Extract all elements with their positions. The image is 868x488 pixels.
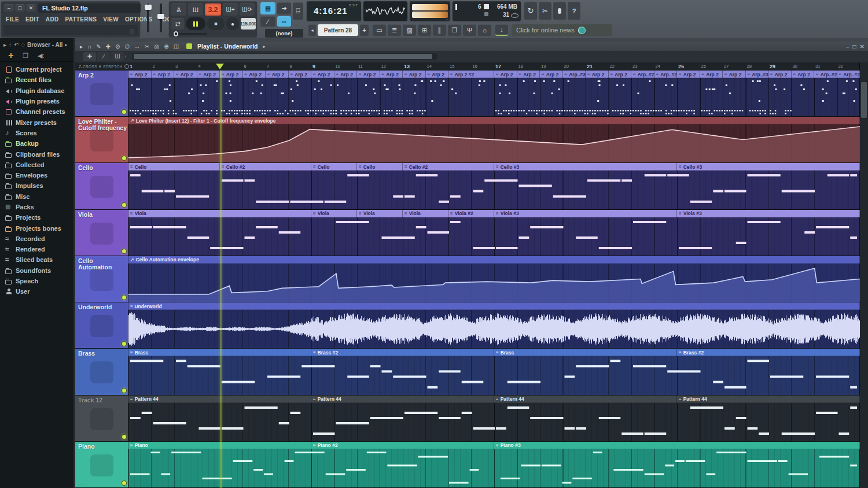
track-resize-handle[interactable]: ···	[78, 110, 84, 116]
ruler-bars[interactable]: 1234678910111213141516171819202122232425…	[128, 62, 860, 71]
playlist-view-icon[interactable]: ▭	[373, 24, 386, 36]
pattern-clip-icon[interactable]: ≡	[359, 72, 362, 77]
clip-label-cello-2[interactable]: ≡Cello	[311, 163, 357, 171]
pattern-clip-icon[interactable]: ≡	[587, 72, 590, 77]
mic-icon[interactable]	[553, 2, 566, 20]
pattern-clip-icon[interactable]: ≡	[245, 72, 248, 77]
ruler-bar-3[interactable]: 3	[175, 64, 178, 69]
wait-input-icon[interactable]: Ш	[188, 3, 203, 16]
delete-tool-icon[interactable]: ⊘	[115, 43, 120, 50]
menu-arrow-icon[interactable]: ▸	[80, 43, 83, 50]
clip-label-arp-2-3[interactable]: ≡Arp 2	[197, 71, 220, 78]
pattern-clip-icon[interactable]: ≡	[336, 72, 339, 77]
pattern-clip-icon[interactable]: ≡	[748, 72, 751, 77]
clip-label-brass-2[interactable]: ≡Brass	[494, 349, 677, 356]
pattern-clip-icon[interactable]: ≡	[450, 72, 453, 77]
browser-item-soundfonts[interactable]: Soundfonts	[0, 265, 73, 276]
link-target-select[interactable]: (none)	[265, 29, 303, 38]
menu-file[interactable]: FILE	[6, 16, 19, 23]
clip-label-cello-automation-envelope-0[interactable]: ↗Cello Automation envelope	[128, 256, 860, 264]
track-led-icon[interactable]	[122, 481, 126, 485]
clip-label-arp-2-20[interactable]: ≡Arp 2	[609, 71, 632, 78]
browser-item-plugin-database[interactable]: Plugin database	[0, 86, 73, 96]
browser-item-scores[interactable]: Scores	[0, 128, 73, 138]
track-led-icon[interactable]	[122, 389, 126, 393]
pattern-clip-icon[interactable]: ≡	[130, 350, 133, 355]
ruler-bar-10[interactable]: 10	[336, 64, 340, 69]
clip-label-arp-2-7[interactable]: ≡Arp 2	[289, 71, 312, 78]
pattern-clip-icon[interactable]: ≡	[153, 72, 156, 77]
track-lane-underworld[interactable]: »Underworld	[128, 302, 860, 348]
metronome-icon[interactable]: Ѧ	[171, 3, 186, 16]
clip-label-cello-3-5[interactable]: ≡Cello #3	[494, 163, 677, 171]
pattern-clip-icon[interactable]: ≡	[496, 350, 499, 355]
pattern-clip-icon[interactable]: ≡	[542, 72, 545, 77]
clip-label-arp-2-15[interactable]: ≡Arp 2	[494, 71, 517, 78]
track-led-icon[interactable]	[122, 435, 126, 439]
playlist-vscrollbar[interactable]	[859, 62, 868, 488]
clip-label-arp-2-25[interactable]: ≡Arp 2	[723, 71, 746, 78]
touch-view-icon[interactable]: ⌂	[478, 24, 491, 36]
clip-label-love-philter-insert-12-filter-1-cutoff-frequency-envelope-0[interactable]: ↗Love Philter (Insert 12) - Filter 1 - C…	[128, 117, 860, 124]
clip-label-brass-2-1[interactable]: ≡Brass #2	[311, 349, 494, 356]
clip-label-arp-2-24[interactable]: ≡Arp 2	[700, 71, 723, 78]
pattern-clip-icon[interactable]: ≡	[793, 72, 796, 77]
stop-button[interactable]: ■	[207, 17, 225, 30]
clip-label-arp-2-6[interactable]: ≡Arp 2	[266, 71, 289, 78]
news-bar[interactable]: Click for online news	[512, 24, 612, 36]
download-icon[interactable]: ↓	[495, 24, 508, 36]
pattern-clip-icon[interactable]: ≡	[679, 350, 682, 355]
ruler-bar-12[interactable]: 12	[381, 64, 386, 69]
audio-clip-icon[interactable]: »	[130, 304, 133, 309]
browser-item-user[interactable]: User	[0, 286, 73, 297]
pattern-clip-icon[interactable]: ≡	[313, 443, 316, 448]
clip-label-pattern-44-3[interactable]: ≡Pattern 44	[677, 395, 860, 403]
browser-item-channel-presets[interactable]: Channel presets	[0, 106, 73, 117]
ruler-bar-30[interactable]: 30	[793, 64, 797, 69]
ruler-bar-22[interactable]: 22	[610, 64, 615, 69]
browser-item-recorded[interactable]: Recorded	[0, 234, 73, 244]
zcross-label[interactable]: Z-CROSS	[79, 65, 97, 69]
track-resize-handle[interactable]: ···	[78, 157, 84, 162]
track-header-love-philter-cutoff-frequency[interactable]: Love Philter - Cutoff frequency···	[75, 117, 128, 162]
pattern-clip-icon[interactable]: ≡	[496, 72, 499, 77]
pattern-clip-icon[interactable]: ≡	[656, 72, 659, 77]
pattern-clip-icon[interactable]: ≡	[313, 397, 316, 402]
pattern-clip-icon[interactable]: ≡	[404, 164, 407, 169]
pattern-clip-icon[interactable]: ≡	[404, 211, 407, 216]
channel-rack-view-icon[interactable]: ≣	[388, 24, 401, 36]
ruler-bar-17[interactable]: 17	[495, 64, 501, 69]
ruler-bar-9[interactable]: 9	[312, 64, 315, 69]
track-resize-handle[interactable]: ···	[78, 342, 84, 347]
automation-curve[interactable]	[128, 264, 860, 302]
position-display[interactable]: 3.2	[205, 3, 221, 16]
clip-label-arp-2-21[interactable]: ≡Arp..#2	[631, 71, 654, 78]
playlist-titlebar[interactable]: ▸∩✎✚⊘∅↔✂◎⊕◫ Playlist - Underworld ▸ – □ …	[75, 42, 868, 51]
loop-record-icon[interactable]: Ш⟳	[240, 3, 255, 16]
clip-label-cello-0[interactable]: ≡Cello	[128, 163, 220, 171]
browser-menu-icon[interactable]: ▸	[3, 42, 6, 48]
playlist-minimize-icon[interactable]: –	[846, 43, 849, 50]
play-marker-icon[interactable]: ➔	[277, 2, 291, 14]
pattern-clip-icon[interactable]: ≡	[267, 72, 270, 77]
ruler-bar-21[interactable]: 21	[587, 64, 593, 69]
track-led-icon[interactable]	[122, 249, 126, 253]
track-header-cello-automation[interactable]: Cello Automation···	[75, 256, 128, 302]
zoom-tool-icon[interactable]: ⊕	[164, 43, 168, 50]
pattern-clip-icon[interactable]: ≡	[176, 72, 179, 77]
ruler-bar-23[interactable]: 23	[632, 64, 637, 69]
song-loop-icon[interactable]: ⇄	[171, 18, 184, 29]
browser-item-rendered[interactable]: Rendered	[0, 244, 73, 254]
track-resize-handle[interactable]: ···	[78, 296, 84, 301]
slice-tool-icon[interactable]: ✂	[145, 43, 149, 50]
oscilloscope-panel[interactable]	[363, 1, 407, 21]
browser-tab-snapshot2[interactable]: ❐	[23, 52, 28, 60]
track-resize-handle[interactable]: ···	[78, 389, 84, 394]
clip-label-arp-2-0[interactable]: ≡Arp 2	[128, 71, 152, 78]
pattern-clip-icon[interactable]: ≡	[359, 211, 362, 216]
browser-item-sliced-beats[interactable]: Sliced beats	[0, 254, 73, 265]
browser-item-envelopes[interactable]: Envelopes	[0, 170, 73, 180]
browser-breadcrumb[interactable]: Browser - All	[27, 42, 62, 48]
tempo-display[interactable]: 115.000	[241, 18, 256, 29]
master-volume-slider[interactable]	[147, 3, 149, 32]
